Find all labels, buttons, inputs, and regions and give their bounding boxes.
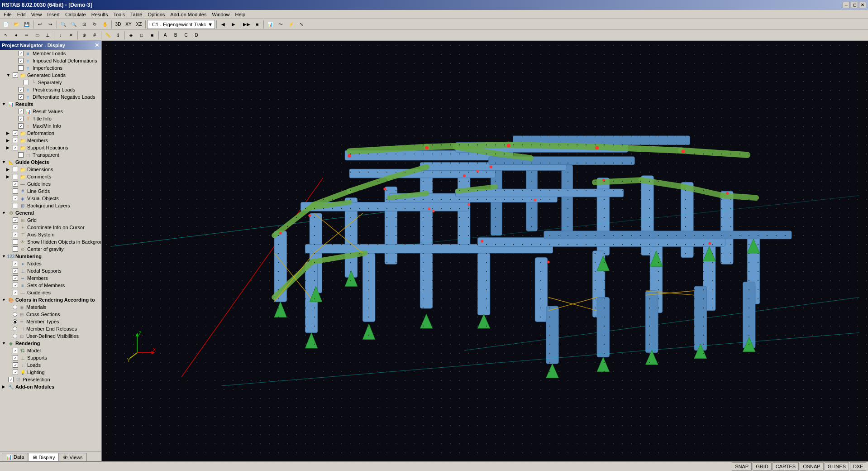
radio-cross-sections[interactable] [13,312,17,317]
tb-new[interactable]: 📄 [1,20,11,29]
menu-options[interactable]: Options [145,11,167,18]
tb2-section-a[interactable]: A [160,31,170,40]
tb2-section-c[interactable]: C [181,31,191,40]
cb-imposed[interactable] [18,58,24,63]
status-grid[interactable]: GRID [753,462,772,471]
tb-deform[interactable]: 〜 [276,20,286,29]
tb-save[interactable]: 💾 [22,20,32,29]
tb-zoom-out[interactable]: 🔍 [69,20,79,29]
restore-button[interactable]: ◻ [851,2,858,8]
tree-nodal-supports[interactable]: ⊥ Nodal Supports [0,267,101,274]
tb-zoom-in[interactable]: 🔍 [58,20,68,29]
tb-result[interactable]: 📊 [265,20,275,29]
tree-addon-modules[interactable]: ▶ 🔧 Add-on Modules [0,383,101,390]
cb-show-hidden[interactable] [13,239,18,245]
tb2-support[interactable]: ⊥ [43,31,52,40]
status-cartes[interactable]: CARTES [773,462,799,471]
tree-rendering[interactable]: ▼ ◈ Rendering [0,340,101,347]
tree-guidelines2[interactable]: — Guidelines [0,289,101,296]
close-button[interactable]: ✕ [859,2,866,8]
tree-result-values[interactable]: 📊 Result Values [0,108,101,115]
tree-line-grids[interactable]: # Line Grids [0,187,101,195]
tab-views[interactable]: 👁 Views [59,453,86,461]
cb-deformation[interactable] [13,130,18,136]
tb2-measure[interactable]: 📏 [103,31,113,40]
tb2-info[interactable]: ℹ [113,31,123,40]
tab-display[interactable]: 🖥 Display [28,453,59,461]
cb-generated[interactable] [13,72,18,78]
tb-pan[interactable]: ✋ [100,20,110,29]
tree-supports[interactable]: ⊥ Supports [0,354,101,361]
tree-visual-objects[interactable]: ◈ Visual Objects [0,195,101,202]
tb2-render[interactable]: ◈ [126,31,136,40]
menu-view[interactable]: View [29,11,45,18]
cb-background-layers[interactable] [13,203,18,208]
cb-support-reactions[interactable] [13,145,18,150]
radio-member-end-releases[interactable] [13,327,17,331]
cb-guidelines2[interactable] [13,290,18,295]
cb-members2[interactable] [13,275,18,281]
status-dxf[interactable]: DXF [850,462,866,471]
tree-member-loads[interactable]: ≡ Member Loads [0,50,101,57]
tree-comments[interactable]: ▶ 📁 Comments [0,173,101,180]
cb-guidelines[interactable] [13,181,18,187]
tree-materials[interactable]: ◉ Materials [0,303,101,311]
tree-show-hidden[interactable]: 👁 Show Hidden Objects in Background [0,238,101,245]
cb-separately[interactable] [24,80,29,85]
tree-user-defined[interactable]: ⊡ User-Defined Visibilities [0,332,101,340]
tree-differentiate[interactable]: ≡ Differentiate Negative Loads [0,93,101,101]
tb2-node[interactable]: ● [11,31,21,40]
tb2-wireframe[interactable]: □ [137,31,147,40]
tree-general[interactable]: ▼ ⚙ General [0,209,101,216]
tree-guidelines[interactable]: — Guidelines [0,180,101,187]
tb-run[interactable]: ▶▶ [242,20,252,29]
tree-imposed-nodal[interactable]: ≡ Imposed Nodal Deformations [0,57,101,64]
tree-transparent[interactable]: ◻ Transparent [0,151,101,159]
tree-members[interactable]: ▶ 📁 Members [0,137,101,144]
tb2-member[interactable]: ━ [22,31,32,40]
tree-prestressing[interactable]: ≡ Prestressing Loads [0,86,101,93]
tb2-delete[interactable]: ✕ [66,31,76,40]
tree-support-reactions[interactable]: ▶ 📁 Support Reactions [0,144,101,151]
tb2-section-d[interactable]: D [191,31,201,40]
tree-grid[interactable]: ⊞ Grid [0,216,101,224]
tb-moments[interactable]: ⤡ [296,20,306,29]
tree-sets-of-members[interactable]: ≡ Sets of Members [0,282,101,289]
tree-member-end-releases[interactable]: ⊣ Member End Releases [0,325,101,332]
menu-edit[interactable]: Edit [14,11,29,18]
tree-title-info[interactable]: T Title Info [0,115,101,122]
tb2-solid[interactable]: ■ [147,31,157,40]
tree-axis-system[interactable]: ⊤ Axis System [0,231,101,238]
tree-deformation[interactable]: ▶ 📁 Deformation [0,130,101,137]
menu-file[interactable]: File [1,11,14,18]
cb-transparent[interactable] [18,152,24,158]
cb-prestressing[interactable] [18,87,24,92]
menu-addon[interactable]: Add-on Modules [167,11,209,18]
cb-grid[interactable] [13,217,18,223]
tb-forces[interactable]: ⚡ [286,20,296,29]
tb-redo[interactable]: ↪ [45,20,55,29]
status-osnap[interactable]: OSNAP [800,462,824,471]
cb-lighting[interactable] [13,370,18,375]
tb2-grid-toggle[interactable]: # [90,31,100,40]
tree-dimensions[interactable]: ▶ 📁 Dimensions [0,166,101,173]
status-snap[interactable]: SNAP [732,462,752,471]
panel-close-button[interactable]: ✕ [95,42,99,48]
tree-guide-objects[interactable]: ▼ 📐 Guide Objects [0,159,101,166]
cb-differentiate[interactable] [18,94,24,100]
cb-members[interactable] [13,138,18,143]
menu-help[interactable]: Help [233,11,248,18]
tree-background-layers[interactable]: ⊞ Background Layers [0,202,101,209]
tb2-snap[interactable]: ⊕ [79,31,89,40]
radio-member-types[interactable] [13,319,17,324]
cb-sets-of-members[interactable] [13,283,18,288]
cb-coordinate-info[interactable] [13,225,18,230]
cb-comments[interactable] [13,174,18,179]
cb-preselection[interactable] [8,377,14,382]
menu-window[interactable]: Window [209,11,232,18]
tree-colors-rendering[interactable]: ▼ 🎨 Colors in Rendering According to [0,296,101,303]
tb2-load[interactable]: ↓ [56,31,66,40]
tb-fit[interactable]: ⊡ [79,20,89,29]
tree-numbering[interactable]: ▼ 123 Numbering [0,253,101,260]
tb2-surface[interactable]: ▭ [32,31,42,40]
